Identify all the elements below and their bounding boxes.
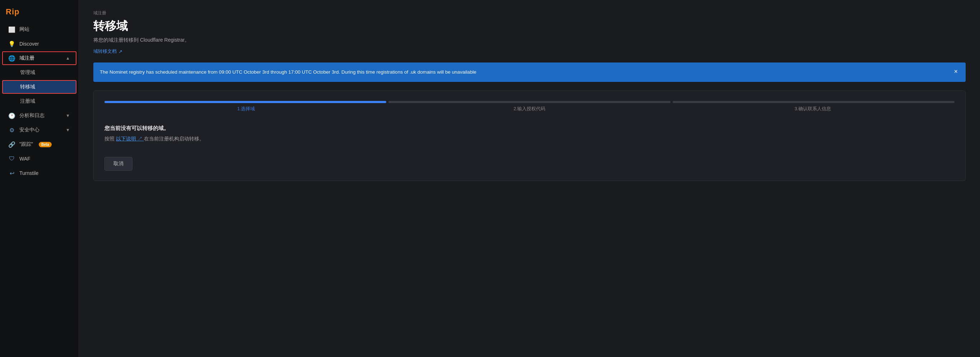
chevron-down-icon-2: ▼ [66, 128, 70, 132]
external-link-icon: ↗ [118, 49, 123, 54]
transfer-desc-suffix: 在当前注册机构启动转移。 [144, 136, 204, 142]
banner-text: The Nominet registry has scheduled maint… [100, 68, 948, 76]
info-banner: The Nominet registry has scheduled maint… [93, 62, 966, 82]
transfer-card: 1.选择域 2.输入授权代码 3.确认联系人信息 您当前没有可以转移的域。 按照… [93, 91, 966, 181]
transfer-content: 您当前没有可以转移的域。 按照 以下说明 ↗ 在当前注册机构启动转移。 [105, 122, 955, 148]
sidebar-item-website[interactable]: ⬜ 网站 [2, 22, 76, 36]
app-logo: Rip [0, 4, 79, 22]
button-row: 取消 [105, 157, 955, 171]
globe-icon: 🌐 [9, 55, 15, 61]
turnstile-icon: ↩ [9, 170, 15, 176]
sidebar-item-label: 域注册 [19, 55, 35, 61]
page-subtitle: 将您的域注册转移到 Cloudflare Registrar。 [93, 37, 966, 43]
shield-icon: 🛡 [9, 156, 15, 162]
steps-bar-row [105, 101, 955, 103]
security-icon: ⚙ [9, 127, 15, 133]
sidebar-item-register-domain[interactable]: 注册域 [2, 94, 76, 108]
breadcrumb: 域注册 [93, 10, 966, 16]
transfer-desc: 按照 以下说明 ↗ 在当前注册机构启动转移。 [105, 135, 955, 143]
sidebar-item-transfer-domain[interactable]: 转移域 [2, 80, 76, 94]
cancel-button[interactable]: 取消 [105, 157, 132, 171]
page-title: 转移域 [93, 18, 966, 34]
website-icon: ⬜ [9, 26, 15, 33]
beta-badge: Beta [39, 142, 52, 147]
sidebar-item-analytics[interactable]: 🕐 分析和日志 ▼ [2, 109, 76, 123]
step-bar-2 [388, 101, 670, 103]
sidebar-item-discover[interactable]: 💡 Discover [2, 37, 76, 51]
sidebar-item-waf[interactable]: 🛡 WAF [2, 152, 76, 166]
sidebar-item-turnstile[interactable]: ↩ Turnstile [2, 166, 76, 180]
transfer-link-icon: ↗ [137, 136, 143, 142]
steps-container: 1.选择域 2.输入授权代码 3.确认联系人信息 [105, 101, 955, 112]
banner-close-button[interactable]: × [952, 68, 959, 75]
discover-icon: 💡 [9, 41, 15, 47]
sidebar-item-domain-reg[interactable]: 🌐 域注册 ▲ [2, 51, 76, 65]
doc-link[interactable]: 域转移文档 ↗ [93, 48, 123, 54]
sidebar: Rip ⬜ 网站 💡 Discover 🌐 域注册 ▲ 管理域 转移域 注册域 … [0, 0, 79, 357]
sidebar-item-label: "跟踪" [19, 141, 33, 148]
step-label-1: 1.选择域 [105, 106, 388, 112]
no-domains-title: 您当前没有可以转移的域。 [105, 125, 955, 132]
step-label-2: 2.输入授权代码 [388, 106, 671, 112]
clock-icon: 🕐 [9, 112, 15, 119]
sidebar-item-label: 注册域 [20, 98, 35, 105]
transfer-instructions-link[interactable]: 以下说明 ↗ [116, 136, 144, 142]
sidebar-item-label: Turnstile [19, 170, 38, 176]
sidebar-item-tracking[interactable]: 🔗 "跟踪" Beta [2, 137, 76, 151]
sidebar-item-label: 分析和日志 [19, 112, 45, 119]
chevron-up-icon: ▲ [66, 56, 70, 61]
sidebar-item-label: 网站 [19, 26, 29, 33]
transfer-desc-prefix: 按照 [105, 136, 115, 142]
sidebar-item-label: 安全中心 [19, 127, 40, 133]
chevron-down-icon: ▼ [66, 113, 70, 118]
sidebar-item-label: 管理域 [20, 69, 35, 76]
sidebar-item-label: 转移域 [20, 84, 35, 90]
sidebar-item-label: Discover [19, 41, 39, 47]
doc-link-label: 域转移文档 [93, 48, 117, 54]
tracking-icon: 🔗 [9, 141, 15, 148]
step-bar-3 [673, 101, 955, 103]
steps-labels-row: 1.选择域 2.输入授权代码 3.确认联系人信息 [105, 106, 955, 112]
step-bar-1 [105, 101, 386, 103]
step-label-3: 3.确认联系人信息 [671, 106, 955, 112]
sidebar-item-security[interactable]: ⚙ 安全中心 ▼ [2, 123, 76, 137]
transfer-link-text: 以下说明 [116, 136, 136, 142]
sidebar-item-label: WAF [19, 156, 30, 162]
main-content: 域注册 转移域 将您的域注册转移到 Cloudflare Registrar。 … [79, 0, 980, 357]
sidebar-item-manage-domain[interactable]: 管理域 [2, 66, 76, 80]
